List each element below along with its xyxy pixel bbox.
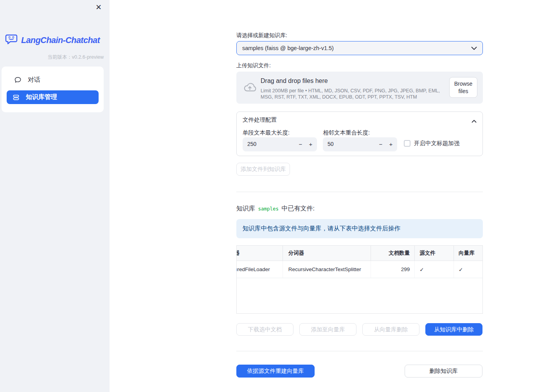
app-window: ✕ LangChain-Chatchat 当前版本：v0.2.6-preview [0, 0, 540, 392]
main-content: 请选择或新建知识库: samples (faiss @ bge-large-zh… [236, 0, 483, 392]
chevron-up-icon[interactable] [472, 117, 477, 124]
minus-stepper-icon[interactable]: − [297, 140, 304, 148]
table-row[interactable]: uredFileLoader RecursiveCharacterTextSpl… [237, 261, 482, 278]
zh-title-checkbox[interactable] [404, 140, 410, 147]
plus-stepper-icon[interactable]: + [387, 140, 395, 148]
cell-value: RecursiveCharacterTextSplitter [288, 266, 361, 272]
browse-files-button[interactable]: Browse files [449, 77, 477, 98]
kb-files-suffix: 中已有文件: [282, 205, 315, 212]
info-banner: 知识库中包含源文件与向量库，请从下表中选择文件后操作 [236, 219, 483, 238]
version-label: 当前版本： [47, 54, 72, 60]
cell-value: 299 [401, 266, 410, 272]
delete-kb-button[interactable]: 删除知识库 [405, 365, 482, 378]
file-action-buttons: 下载选中文档 添加至向量库 从向量库删除 从知识库中删除 [236, 323, 483, 336]
column-header-doc-count[interactable]: 文档数量 [371, 246, 415, 261]
checkmark-icon: ✓ [419, 266, 424, 273]
cell-source-file-check: ✓ [415, 261, 454, 278]
rebuild-vector-store-button[interactable]: 依据源文件重建向量库 [236, 365, 315, 378]
cell-loader: uredFileLoader [237, 261, 283, 278]
kb-select-value: samples (faiss @ bge-large-zh-v1.5) [242, 45, 471, 51]
delete-from-kb-button[interactable]: 从知识库中删除 [425, 323, 482, 336]
add-files-to-kb-button[interactable]: 添加文件到知识库 [236, 163, 290, 176]
dropzone-title: Drag and drop files here [261, 77, 328, 85]
column-header-source-file[interactable]: 源文件 [415, 246, 454, 261]
cell-value: uredFileLoader [237, 266, 270, 272]
column-header-label: 器 [237, 250, 240, 257]
kb-select-label: 请选择或新建知识库: [236, 32, 287, 39]
table-header-row: 器 分词器 文档数量 源文件 向量库 [237, 246, 482, 261]
cell-vector-store-check: ✓ [454, 261, 482, 278]
download-selected-button[interactable]: 下载选中文档 [236, 323, 293, 336]
chunk-overlap-label: 相邻文本重合长度: [323, 129, 370, 137]
cell-splitter: RecursiveCharacterTextSplitter [283, 261, 371, 278]
plus-stepper-icon[interactable]: + [307, 140, 315, 148]
file-config-expander: 文件处理配置 单段文本最大长度: 相邻文本重合长度: 250 − + 50 − … [236, 111, 483, 156]
dropzone-hint: Limit 200MB per file • HTML, MD, JSON, C… [261, 88, 448, 100]
kb-files-prefix: 知识库 [236, 205, 255, 212]
version-value: v0.2.6-preview [72, 54, 104, 60]
zh-title-checkbox-row: 开启中文标题加强 [404, 140, 459, 147]
chunk-size-value: 250 [247, 141, 256, 147]
kb-select-dropdown[interactable]: samples (faiss @ bge-large-zh-v1.5) [236, 41, 483, 55]
column-header-label: 源文件 [419, 250, 436, 257]
add-to-vector-store-button[interactable]: 添加至向量库 [299, 323, 356, 336]
knowledge-base-icon [12, 94, 20, 101]
column-header-label: 向量库 [459, 250, 475, 257]
app-logo: LangChain-Chatchat [5, 34, 100, 47]
kb-name-code: samples [257, 206, 280, 212]
sidebar-menu: 对话 知识库管理 [2, 67, 104, 112]
upload-label: 上传知识文件: [236, 62, 271, 69]
logo-chat-bubble-icon [5, 34, 18, 47]
column-header-splitter[interactable]: 分词器 [283, 246, 371, 261]
kb-files-heading: 知识库 samples 中已有文件: [236, 205, 315, 213]
column-header-label: 文档数量 [389, 250, 410, 257]
cell-doc-count: 299 [371, 261, 415, 278]
app-title: LangChain-Chatchat [21, 36, 100, 45]
cloud-upload-icon [243, 81, 257, 95]
zh-title-checkbox-label: 开启中文标题加强 [414, 140, 459, 147]
divider [236, 351, 483, 351]
divider [236, 192, 483, 192]
chunk-size-label: 单段文本最大长度: [243, 129, 290, 137]
version-info: 当前版本：v0.2.6-preview [47, 54, 104, 61]
kb-files-table[interactable]: 器 分词器 文档数量 源文件 向量库 uredFileLoader [236, 245, 483, 314]
info-banner-text: 知识库中包含源文件与向量库，请从下表中选择文件后操作 [243, 225, 400, 233]
delete-from-vector-store-button[interactable]: 从向量库删除 [362, 323, 419, 336]
minus-stepper-icon[interactable]: − [377, 140, 385, 148]
chunk-overlap-input[interactable]: 50 − + [323, 137, 397, 151]
chunk-overlap-value: 50 [328, 141, 334, 147]
sidebar-item-label: 对话 [28, 76, 40, 84]
checkmark-icon: ✓ [459, 266, 463, 273]
sidebar-item-label: 知识库管理 [26, 93, 57, 101]
column-header-label: 分词器 [288, 250, 304, 257]
file-dropzone[interactable]: Drag and drop files here Limit 200MB per… [236, 72, 483, 104]
column-header-vector-store[interactable]: 向量库 [454, 246, 482, 261]
sidebar: ✕ LangChain-Chatchat 当前版本：v0.2.6-preview [0, 0, 110, 392]
expander-title[interactable]: 文件处理配置 [243, 116, 277, 124]
chat-bubble-icon [14, 76, 22, 84]
close-sidebar-icon[interactable]: ✕ [93, 2, 104, 13]
column-header-loader[interactable]: 器 [237, 246, 283, 261]
sidebar-item-dialogue[interactable]: 对话 [7, 71, 99, 88]
chunk-size-input[interactable]: 250 − + [243, 137, 317, 151]
sidebar-item-kb-management[interactable]: 知识库管理 [7, 90, 99, 104]
chevron-down-icon [471, 45, 477, 51]
